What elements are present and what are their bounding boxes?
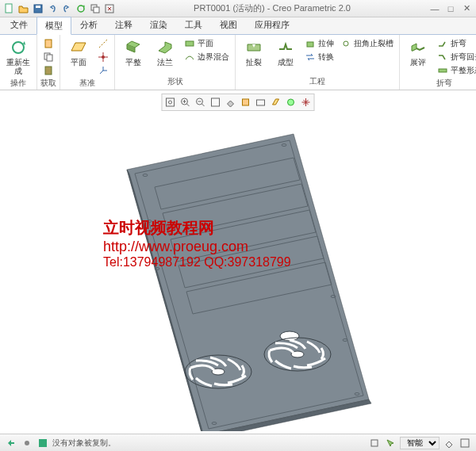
- group-label: 基准: [63, 77, 111, 90]
- selection-filter[interactable]: 智能: [400, 437, 440, 449]
- clipboard-icon: [43, 38, 54, 49]
- undo-icon[interactable]: [46, 2, 59, 15]
- status-select-icon[interactable]: [384, 437, 397, 449]
- tab-tools[interactable]: 工具: [176, 16, 211, 34]
- plane-button[interactable]: 平面: [63, 36, 94, 68]
- svg-point-7: [13, 42, 24, 53]
- svg-rect-2: [36, 6, 40, 8]
- open-icon[interactable]: [17, 2, 30, 15]
- statusbar: 没有对象被复制。 智能: [0, 434, 476, 451]
- ribbon-group-shape: 平整 法兰 平面 边界混合 形状: [115, 35, 236, 90]
- flat-icon: [124, 38, 143, 57]
- save-icon[interactable]: [32, 2, 44, 15]
- flatform-icon: [437, 65, 448, 76]
- bendback-icon: [437, 52, 448, 63]
- svg-point-53: [25, 441, 29, 445]
- svg-rect-54: [39, 439, 47, 447]
- paste-button[interactable]: [40, 63, 56, 77]
- svg-rect-11: [45, 67, 52, 75]
- ribbon: 重新生成 操作 获取数据 平面: [0, 35, 476, 90]
- form-button[interactable]: 成型: [271, 36, 301, 68]
- ribbon-tabs: 文件 模型 分析 注释 渲染 工具 视图 应用程序: [0, 17, 476, 35]
- tab-apps[interactable]: 应用程序: [246, 16, 298, 34]
- clipboard-button[interactable]: [40, 36, 56, 50]
- group-label: 操作: [3, 77, 33, 90]
- axis-icon: [98, 38, 109, 49]
- viewport[interactable]: 立时视频教程网 http://www.proeug.com Tel:137949…: [0, 90, 476, 434]
- redo-icon[interactable]: [60, 2, 73, 15]
- ribbon-group-bend: 展评 折弯 折弯回去 平整形态 折弯: [400, 35, 476, 90]
- group-label: 折弯: [403, 77, 476, 90]
- unbend-icon: [409, 38, 428, 57]
- new-icon[interactable]: [3, 2, 16, 15]
- status-message: 没有对象被复制。: [52, 438, 365, 449]
- ribbon-group-getdata: 获取数据: [37, 35, 60, 90]
- model-3d-view[interactable]: [0, 90, 476, 434]
- windows-icon[interactable]: [89, 2, 102, 15]
- tab-model[interactable]: 模型: [36, 17, 71, 35]
- rip-button[interactable]: 扯裂: [239, 36, 269, 68]
- status-fullscreen-icon[interactable]: [459, 437, 471, 449]
- edge-blend-button[interactable]: 边界混合: [182, 50, 232, 63]
- unbend-button[interactable]: 展评: [403, 36, 433, 68]
- tab-annotate[interactable]: 注释: [106, 16, 141, 34]
- regen-icon[interactable]: [75, 2, 87, 15]
- svg-rect-10: [47, 55, 52, 61]
- convert-button[interactable]: 转换: [302, 50, 336, 63]
- tab-view[interactable]: 视图: [211, 16, 246, 34]
- copy-icon: [43, 52, 54, 63]
- form-icon: [276, 38, 295, 57]
- plane-icon: [69, 38, 88, 57]
- status-geom-icon[interactable]: [443, 437, 455, 449]
- status-flag-icon[interactable]: [36, 437, 49, 449]
- relief-icon: [340, 38, 351, 49]
- maximize-button[interactable]: □: [444, 3, 457, 14]
- minimize-button[interactable]: —: [428, 3, 441, 14]
- relief-button[interactable]: 扭角止裂槽: [338, 36, 396, 50]
- group-label: 形状: [118, 75, 232, 88]
- edge-icon: [184, 52, 195, 63]
- flange-button[interactable]: 法兰: [150, 36, 180, 68]
- plane-small-icon: [184, 38, 195, 49]
- csys-icon: [98, 65, 109, 76]
- convert-icon: [305, 52, 316, 63]
- close-button[interactable]: ✕: [460, 3, 473, 14]
- status-bullet-icon: [21, 437, 33, 449]
- svg-rect-0: [6, 4, 12, 13]
- tab-analysis[interactable]: 分析: [71, 16, 106, 34]
- flatform-button[interactable]: 平整形态: [435, 63, 476, 77]
- svg-point-18: [344, 41, 348, 46]
- rip-icon: [244, 38, 263, 57]
- titlebar: PRT0001 (活动的) - Creo Parametric 2.0 — □ …: [0, 0, 476, 17]
- status-arrow-icon[interactable]: [5, 437, 17, 449]
- svg-rect-19: [439, 69, 447, 72]
- svg-rect-56: [461, 439, 469, 447]
- regenerate-button[interactable]: 重新生成: [3, 36, 33, 77]
- svg-point-3: [78, 6, 84, 12]
- tab-file[interactable]: 文件: [2, 16, 36, 34]
- svg-rect-16: [186, 41, 194, 46]
- flat-button[interactable]: 平整: [118, 36, 148, 68]
- ribbon-group-operate: 重新生成 操作: [0, 35, 37, 90]
- status-filter-icon[interactable]: [368, 437, 381, 449]
- point-icon: [98, 52, 109, 63]
- window-title: PRT0001 (活动的) - Creo Parametric 2.0: [116, 2, 428, 14]
- svg-rect-17: [307, 42, 313, 47]
- csys-button[interactable]: [95, 63, 111, 77]
- svg-rect-5: [94, 7, 99, 13]
- ribbon-group-engineering: 扯裂 成型 拉伸 转换 扭角止裂槽 工程: [236, 35, 400, 90]
- copy-button[interactable]: [40, 50, 56, 63]
- paste-icon: [43, 65, 54, 76]
- close-win-icon[interactable]: [103, 2, 116, 15]
- bend-icon: [437, 38, 448, 49]
- tab-render[interactable]: 渲染: [141, 16, 176, 34]
- extrude-button[interactable]: 拉伸: [302, 36, 336, 50]
- refresh-icon: [9, 38, 28, 57]
- quick-access-toolbar: [3, 2, 116, 15]
- bend-button[interactable]: 折弯: [435, 36, 476, 50]
- point-button[interactable]: [95, 50, 111, 63]
- plane-small-button[interactable]: 平面: [182, 36, 232, 50]
- bendback-button[interactable]: 折弯回去: [435, 50, 476, 63]
- axis-button[interactable]: [95, 36, 111, 50]
- group-label: 工程: [239, 75, 396, 88]
